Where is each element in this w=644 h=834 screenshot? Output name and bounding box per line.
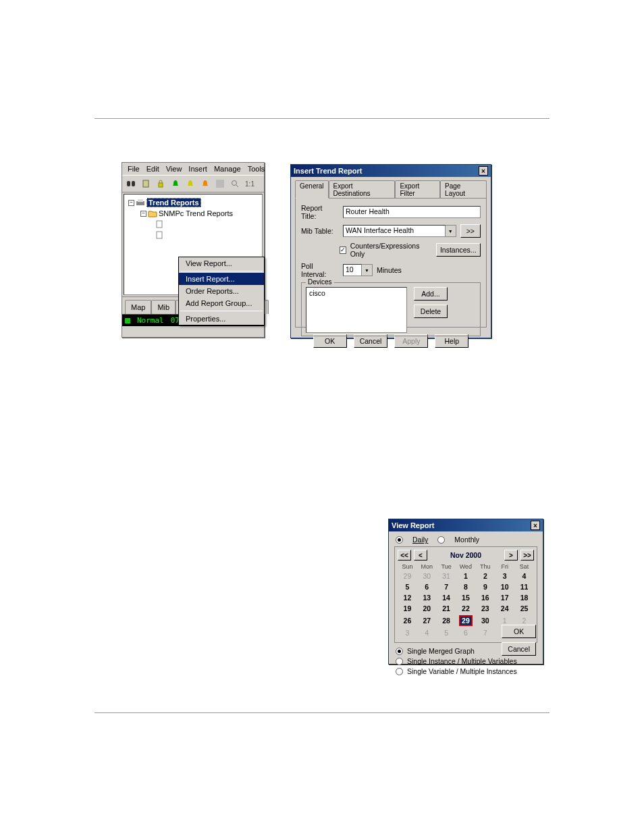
last-month-button[interactable]: >> — [520, 550, 534, 561]
calendar-day[interactable]: 23 — [475, 603, 495, 614]
zoom-1to1-icon[interactable]: 1:1 — [242, 177, 257, 190]
menu-edit[interactable]: Edit — [144, 164, 162, 174]
calendar-day[interactable]: 2 — [475, 571, 495, 581]
cancel-button[interactable]: Cancel — [502, 642, 536, 656]
calendar-day[interactable]: 28 — [437, 614, 456, 627]
calendar-day[interactable]: 16 — [475, 592, 495, 603]
calendar-day[interactable]: 22 — [456, 603, 476, 614]
calendar-day[interactable]: 26 — [398, 614, 417, 627]
calendar-day[interactable]: 7 — [475, 627, 495, 638]
close-icon[interactable]: × — [479, 166, 488, 176]
calendar-day[interactable]: 1 — [456, 571, 476, 581]
calendar-day[interactable]: 21 — [437, 603, 456, 614]
menu-order-reports[interactable]: Order Reports... — [179, 285, 264, 297]
bell-yellow-icon[interactable] — [183, 177, 198, 190]
collapse-icon[interactable]: − — [140, 211, 146, 217]
menu-manage[interactable]: Manage — [211, 164, 244, 174]
calendar-day[interactable]: 29 — [456, 614, 476, 627]
calendar-day[interactable]: 6 — [456, 627, 476, 638]
devices-listbox[interactable]: cisco — [306, 287, 407, 333]
poll-interval-input[interactable]: 10 — [343, 264, 362, 276]
instances-button[interactable]: Instances... — [436, 243, 481, 257]
calendar-day[interactable]: 30 — [417, 571, 437, 581]
tab-page-layout[interactable]: Page Layout — [440, 180, 487, 199]
calendar-day[interactable]: 12 — [398, 592, 417, 603]
calendar-day[interactable]: 9 — [475, 581, 495, 592]
delete-button[interactable]: Delete — [414, 305, 448, 318]
dialog-titlebar: View Report × — [389, 519, 543, 531]
calendar-day[interactable]: 14 — [437, 592, 456, 603]
first-month-button[interactable]: << — [398, 550, 411, 561]
binoculars-icon[interactable] — [124, 177, 138, 190]
lock-icon[interactable] — [153, 177, 168, 190]
radio-single-merged[interactable] — [396, 648, 403, 655]
radio-single-variable[interactable] — [396, 668, 403, 675]
calendar-day[interactable]: 13 — [417, 592, 437, 603]
counters-checkbox[interactable]: ✓ — [340, 246, 346, 254]
menu-view-report[interactable]: View Report... — [179, 257, 264, 269]
calendar-day[interactable]: 24 — [495, 603, 514, 614]
menu-add-report-group[interactable]: Add Report Group... — [179, 297, 264, 309]
spacer-icon — [213, 177, 227, 190]
calendar-day[interactable]: 31 — [437, 571, 456, 581]
paste-icon[interactable] — [138, 177, 153, 190]
calendar-day[interactable]: 3 — [398, 627, 417, 638]
tab-mib[interactable]: Mib — [151, 300, 176, 314]
calendar-day[interactable]: 10 — [495, 581, 514, 592]
calendar-day[interactable]: 15 — [456, 592, 476, 603]
calendar-day[interactable]: 30 — [475, 614, 495, 627]
ok-button[interactable]: OK — [313, 334, 347, 348]
radio-single-instance[interactable] — [396, 658, 403, 665]
ok-button[interactable]: OK — [502, 625, 536, 638]
calendar-day[interactable]: 27 — [417, 614, 437, 627]
calendar-day[interactable]: 7 — [437, 581, 456, 592]
next-month-button[interactable]: > — [504, 550, 518, 561]
close-icon[interactable]: × — [531, 521, 540, 530]
menu-view[interactable]: View — [163, 164, 185, 174]
calendar-day[interactable]: 3 — [495, 571, 514, 581]
add-button[interactable]: Add... — [414, 287, 448, 301]
menu-insert[interactable]: Insert — [186, 164, 210, 174]
bell-orange-icon[interactable] — [198, 177, 213, 190]
calendar-day[interactable]: 20 — [417, 603, 437, 614]
calendar-day[interactable]: 19 — [398, 603, 417, 614]
calendar-day[interactable]: 8 — [456, 581, 476, 592]
tab-export-filter[interactable]: Export Filter — [395, 180, 440, 199]
dropdown-arrow-icon[interactable]: ▼ — [446, 225, 456, 237]
calendar-day[interactable]: 5 — [398, 581, 417, 592]
dropdown-arrow-icon[interactable]: ▼ — [362, 264, 373, 276]
tab-map[interactable]: Map — [125, 300, 151, 314]
calendar-day[interactable]: 25 — [514, 603, 534, 614]
menu-properties[interactable]: Properties... — [179, 313, 264, 325]
browse-button[interactable]: >> — [460, 224, 481, 238]
report-title-input[interactable]: Router Health — [343, 206, 481, 218]
help-button[interactable]: Help — [435, 334, 468, 348]
menu-tools[interactable]: Tools — [245, 164, 268, 174]
calendar-day[interactable]: 4 — [514, 571, 534, 581]
calendar-day[interactable]: 6 — [417, 581, 437, 592]
collapse-icon[interactable]: − — [128, 200, 134, 206]
menu-file[interactable]: File — [125, 164, 142, 174]
radio-monthly[interactable] — [437, 536, 445, 544]
menu-insert-report[interactable]: Insert Report... — [179, 273, 264, 285]
calendar-day[interactable]: 29 — [398, 571, 417, 581]
tab-general[interactable]: General — [295, 180, 329, 199]
tree-root-label[interactable]: Trend Reports — [146, 198, 201, 207]
device-item[interactable]: cisco — [309, 289, 404, 297]
calendar-day[interactable]: 18 — [514, 592, 534, 603]
tree-view[interactable]: − Trend Reports − SNMPc Trend Reports Vi… — [124, 194, 263, 295]
radio-daily[interactable] — [396, 536, 403, 544]
calendar-day[interactable]: 5 — [437, 627, 456, 638]
calendar-day[interactable]: 17 — [495, 592, 514, 603]
tab-export-destinations[interactable]: Export Destinations — [329, 180, 396, 199]
prev-month-button[interactable]: < — [414, 550, 427, 561]
mib-table-input[interactable]: WAN Interface Health — [343, 225, 446, 237]
calendar-day[interactable]: 11 — [514, 581, 534, 592]
cancel-button[interactable]: Cancel — [354, 334, 388, 348]
svg-line-6 — [236, 185, 238, 187]
search-icon[interactable] — [227, 177, 242, 190]
apply-button[interactable]: Apply — [394, 334, 428, 348]
bell-green-icon[interactable] — [168, 177, 183, 190]
tree-child-label[interactable]: SNMPc Trend Reports — [159, 209, 233, 217]
calendar-day[interactable]: 4 — [417, 627, 437, 638]
